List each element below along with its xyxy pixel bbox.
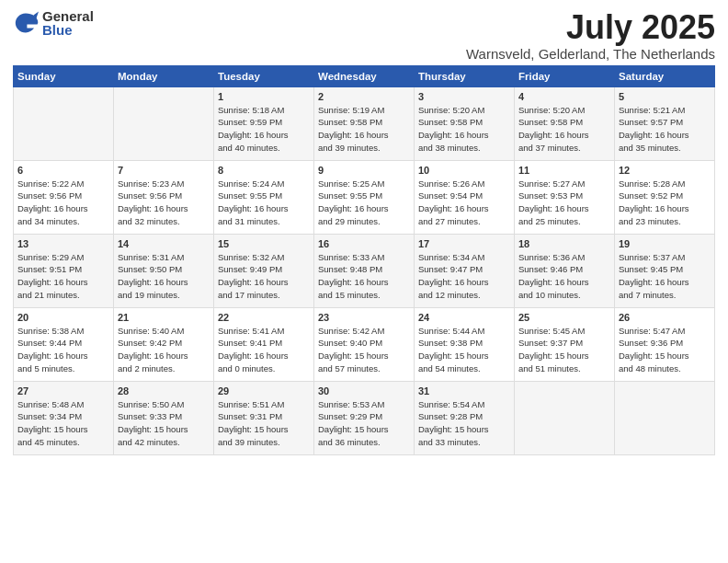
calendar-cell: 30Sunrise: 5:53 AM Sunset: 9:29 PM Dayli… xyxy=(314,381,415,454)
day-info: Sunrise: 5:18 AM Sunset: 9:59 PM Dayligh… xyxy=(218,104,310,155)
day-number: 26 xyxy=(619,312,711,323)
calendar-header: Sunday Monday Tuesday Wednesday Thursday… xyxy=(14,65,715,86)
day-number: 23 xyxy=(318,312,410,323)
day-info: Sunrise: 5:33 AM Sunset: 9:48 PM Dayligh… xyxy=(318,251,410,302)
calendar-cell: 31Sunrise: 5:54 AM Sunset: 9:28 PM Dayli… xyxy=(415,381,515,454)
title-block: July 2025 Warnsveld, Gelderland, The Net… xyxy=(466,9,715,62)
calendar-cell xyxy=(14,86,114,160)
day-info: Sunrise: 5:48 AM Sunset: 9:34 PM Dayligh… xyxy=(17,398,109,449)
day-info: Sunrise: 5:20 AM Sunset: 9:58 PM Dayligh… xyxy=(518,104,610,155)
calendar-cell: 4Sunrise: 5:20 AM Sunset: 9:58 PM Daylig… xyxy=(515,86,615,160)
col-monday: Monday xyxy=(114,65,214,86)
logo-icon xyxy=(13,10,39,36)
day-info: Sunrise: 5:32 AM Sunset: 9:49 PM Dayligh… xyxy=(218,251,310,302)
day-number: 16 xyxy=(318,238,410,249)
calendar-cell: 20Sunrise: 5:38 AM Sunset: 9:44 PM Dayli… xyxy=(14,307,114,381)
calendar-cell: 18Sunrise: 5:36 AM Sunset: 9:46 PM Dayli… xyxy=(515,234,615,307)
day-number: 12 xyxy=(619,165,711,176)
day-info: Sunrise: 5:53 AM Sunset: 9:29 PM Dayligh… xyxy=(318,398,410,449)
calendar-table: Sunday Monday Tuesday Wednesday Thursday… xyxy=(13,65,715,455)
day-number: 5 xyxy=(619,91,711,102)
day-info: Sunrise: 5:37 AM Sunset: 9:45 PM Dayligh… xyxy=(619,251,711,302)
day-info: Sunrise: 5:47 AM Sunset: 9:36 PM Dayligh… xyxy=(619,325,711,375)
day-number: 20 xyxy=(17,312,109,323)
calendar-cell: 28Sunrise: 5:50 AM Sunset: 9:33 PM Dayli… xyxy=(114,381,214,454)
day-number: 6 xyxy=(17,165,109,176)
calendar-cell: 15Sunrise: 5:32 AM Sunset: 9:49 PM Dayli… xyxy=(214,234,314,307)
day-number: 7 xyxy=(118,165,210,176)
logo-general-text: General xyxy=(42,9,94,23)
col-sunday: Sunday xyxy=(14,65,114,86)
day-info: Sunrise: 5:36 AM Sunset: 9:46 PM Dayligh… xyxy=(518,251,610,302)
day-info: Sunrise: 5:41 AM Sunset: 9:41 PM Dayligh… xyxy=(218,325,310,375)
calendar-cell: 5Sunrise: 5:21 AM Sunset: 9:57 PM Daylig… xyxy=(615,86,715,160)
calendar-cell: 1Sunrise: 5:18 AM Sunset: 9:59 PM Daylig… xyxy=(214,86,314,160)
logo-text: General Blue xyxy=(42,9,94,37)
day-info: Sunrise: 5:20 AM Sunset: 9:58 PM Dayligh… xyxy=(418,104,510,155)
day-info: Sunrise: 5:42 AM Sunset: 9:40 PM Dayligh… xyxy=(318,325,410,375)
col-wednesday: Wednesday xyxy=(314,65,415,86)
calendar-cell: 19Sunrise: 5:37 AM Sunset: 9:45 PM Dayli… xyxy=(615,234,715,307)
day-info: Sunrise: 5:44 AM Sunset: 9:38 PM Dayligh… xyxy=(418,325,510,375)
day-number: 31 xyxy=(418,385,510,396)
day-info: Sunrise: 5:54 AM Sunset: 9:28 PM Dayligh… xyxy=(418,398,510,449)
day-info: Sunrise: 5:23 AM Sunset: 9:56 PM Dayligh… xyxy=(118,178,210,228)
day-info: Sunrise: 5:24 AM Sunset: 9:55 PM Dayligh… xyxy=(218,178,310,228)
day-info: Sunrise: 5:51 AM Sunset: 9:31 PM Dayligh… xyxy=(218,398,310,449)
day-info: Sunrise: 5:19 AM Sunset: 9:58 PM Dayligh… xyxy=(318,104,410,155)
day-number: 15 xyxy=(218,238,310,249)
calendar-cell xyxy=(515,381,615,454)
day-number: 29 xyxy=(218,385,310,396)
day-info: Sunrise: 5:27 AM Sunset: 9:53 PM Dayligh… xyxy=(518,178,610,228)
week-row-5: 27Sunrise: 5:48 AM Sunset: 9:34 PM Dayli… xyxy=(14,381,715,454)
calendar-cell: 10Sunrise: 5:26 AM Sunset: 9:54 PM Dayli… xyxy=(415,160,515,234)
calendar-cell xyxy=(615,381,715,454)
week-row-1: 1Sunrise: 5:18 AM Sunset: 9:59 PM Daylig… xyxy=(14,86,715,160)
day-info: Sunrise: 5:38 AM Sunset: 9:44 PM Dayligh… xyxy=(17,325,109,375)
day-number: 2 xyxy=(318,91,410,102)
day-number: 21 xyxy=(118,312,210,323)
calendar-cell: 12Sunrise: 5:28 AM Sunset: 9:52 PM Dayli… xyxy=(615,160,715,234)
day-number: 11 xyxy=(518,165,610,176)
calendar-cell: 6Sunrise: 5:22 AM Sunset: 9:56 PM Daylig… xyxy=(14,160,114,234)
main-title: July 2025 xyxy=(466,9,715,46)
day-number: 1 xyxy=(218,91,310,102)
calendar-cell: 21Sunrise: 5:40 AM Sunset: 9:42 PM Dayli… xyxy=(114,307,214,381)
day-number: 3 xyxy=(418,91,510,102)
day-info: Sunrise: 5:21 AM Sunset: 9:57 PM Dayligh… xyxy=(619,104,711,155)
header: General Blue July 2025 Warnsveld, Gelder… xyxy=(13,9,715,62)
logo-blue-text: Blue xyxy=(42,23,94,37)
day-number: 25 xyxy=(518,312,610,323)
day-number: 18 xyxy=(518,238,610,249)
day-info: Sunrise: 5:22 AM Sunset: 9:56 PM Dayligh… xyxy=(17,178,109,228)
day-info: Sunrise: 5:45 AM Sunset: 9:37 PM Dayligh… xyxy=(518,325,610,375)
calendar-cell: 29Sunrise: 5:51 AM Sunset: 9:31 PM Dayli… xyxy=(214,381,314,454)
week-row-2: 6Sunrise: 5:22 AM Sunset: 9:56 PM Daylig… xyxy=(14,160,715,234)
day-number: 13 xyxy=(17,238,109,249)
page-container: General Blue July 2025 Warnsveld, Gelder… xyxy=(0,0,728,463)
day-info: Sunrise: 5:31 AM Sunset: 9:50 PM Dayligh… xyxy=(118,251,210,302)
day-info: Sunrise: 5:34 AM Sunset: 9:47 PM Dayligh… xyxy=(418,251,510,302)
header-row: Sunday Monday Tuesday Wednesday Thursday… xyxy=(14,65,715,86)
day-info: Sunrise: 5:40 AM Sunset: 9:42 PM Dayligh… xyxy=(118,325,210,375)
col-saturday: Saturday xyxy=(615,65,715,86)
col-tuesday: Tuesday xyxy=(214,65,314,86)
day-number: 17 xyxy=(418,238,510,249)
calendar-cell: 7Sunrise: 5:23 AM Sunset: 9:56 PM Daylig… xyxy=(114,160,214,234)
day-info: Sunrise: 5:28 AM Sunset: 9:52 PM Dayligh… xyxy=(619,178,711,228)
day-info: Sunrise: 5:29 AM Sunset: 9:51 PM Dayligh… xyxy=(17,251,109,302)
calendar-cell: 24Sunrise: 5:44 AM Sunset: 9:38 PM Dayli… xyxy=(415,307,515,381)
calendar-cell: 3Sunrise: 5:20 AM Sunset: 9:58 PM Daylig… xyxy=(415,86,515,160)
day-number: 8 xyxy=(218,165,310,176)
calendar-cell: 14Sunrise: 5:31 AM Sunset: 9:50 PM Dayli… xyxy=(114,234,214,307)
week-row-4: 20Sunrise: 5:38 AM Sunset: 9:44 PM Dayli… xyxy=(14,307,715,381)
calendar-cell: 11Sunrise: 5:27 AM Sunset: 9:53 PM Dayli… xyxy=(515,160,615,234)
calendar-cell: 16Sunrise: 5:33 AM Sunset: 9:48 PM Dayli… xyxy=(314,234,415,307)
day-info: Sunrise: 5:25 AM Sunset: 9:55 PM Dayligh… xyxy=(318,178,410,228)
day-number: 24 xyxy=(418,312,510,323)
calendar-cell: 27Sunrise: 5:48 AM Sunset: 9:34 PM Dayli… xyxy=(14,381,114,454)
day-number: 4 xyxy=(518,91,610,102)
subtitle: Warnsveld, Gelderland, The Netherlands xyxy=(466,46,715,62)
day-number: 14 xyxy=(118,238,210,249)
day-number: 9 xyxy=(318,165,410,176)
